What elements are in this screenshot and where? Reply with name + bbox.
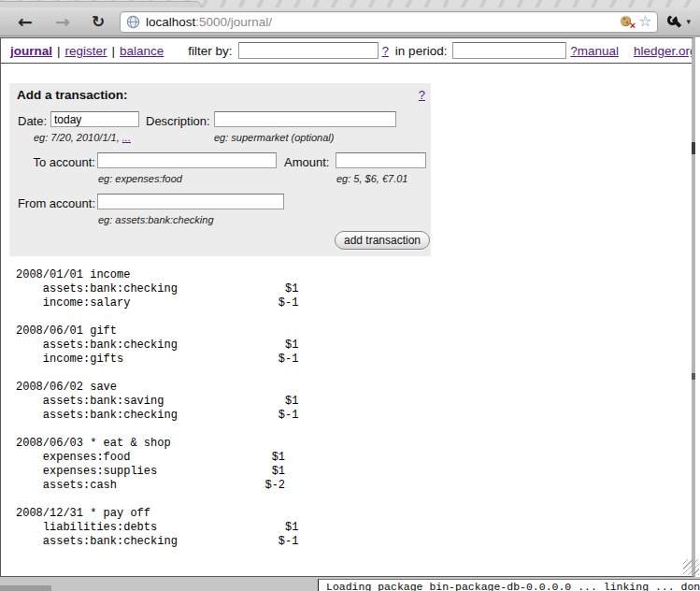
description-hint: eg: supermarket (optional) (214, 132, 334, 143)
url-host: localhost (146, 15, 195, 29)
cookie-dot (623, 18, 625, 20)
filter-label: filter by: (188, 44, 232, 58)
reload-button[interactable]: ↻ (86, 14, 110, 30)
nav-link-register[interactable]: register (65, 44, 107, 58)
from-account-label: From account: (9, 196, 95, 210)
browser-tab[interactable] (0, 1, 202, 7)
amount-hint: eg: 5, $6, €7.01 (336, 173, 407, 184)
description-input[interactable] (214, 111, 396, 127)
add-transaction-form: Add a transaction: ? Date: Description: … (9, 83, 431, 256)
hledger-org-link[interactable]: hledger.org (634, 44, 695, 58)
scrollbar-mark (692, 373, 695, 380)
nav-separator: | (112, 44, 116, 58)
url-text: localhost:5000/journal/ (146, 15, 272, 29)
back-button[interactable]: ← (13, 13, 37, 31)
globe-icon (126, 15, 140, 29)
form-title: Add a transaction: (17, 88, 128, 102)
cookie-blocked-icon[interactable]: × (621, 16, 633, 28)
page-content: journal | register | balance filter by: … (0, 37, 695, 577)
amount-input[interactable] (336, 152, 426, 168)
nav-separator: | (57, 44, 61, 58)
date-input[interactable] (50, 111, 139, 127)
window-resize-grip[interactable] (683, 559, 699, 575)
scrollbar-mark (692, 142, 695, 154)
cookie-dot (626, 22, 628, 23)
forward-button[interactable]: → (50, 13, 75, 31)
manual-link[interactable]: manual (578, 44, 619, 58)
date-label: Date: (18, 114, 47, 128)
browser-toolbar: ← → ↻ localhost:5000/journal/ × ☆ (0, 7, 700, 36)
terminal-output: Loading package bin-package-db-0.0.0.0 .… (326, 581, 700, 591)
scrollbar-gutter[interactable] (695, 37, 700, 577)
nav-link-journal[interactable]: journal (10, 44, 52, 58)
wrench-menu-button[interactable]: ▾ (666, 13, 691, 30)
bookmark-star-icon[interactable]: ☆ (638, 14, 651, 29)
form-help-link[interactable]: ? (419, 88, 425, 102)
to-account-input[interactable] (97, 152, 277, 168)
journal-entries: 2008/01/01 income assets:bank:checking $… (16, 268, 298, 549)
background-window-edge (0, 585, 51, 591)
description-label: Description: (146, 114, 210, 128)
period-help-link[interactable]: ? (570, 44, 577, 58)
amount-label: Amount: (284, 155, 329, 169)
filter-input[interactable] (238, 42, 379, 59)
from-account-input[interactable] (97, 194, 284, 209)
filter-help-link[interactable]: ? (382, 44, 389, 58)
date-hint-more-link[interactable]: ... (122, 132, 131, 143)
url-path: :5000/journal/ (195, 15, 272, 29)
background-terminal: Loading package bin-package-db-0.0.0.0 .… (318, 579, 700, 591)
tab-strip (0, 0, 700, 7)
blocked-x-mark: × (630, 20, 636, 31)
add-transaction-button[interactable]: add transaction (335, 231, 430, 250)
period-label: in period: (395, 44, 448, 58)
from-account-hint: eg: assets:bank:checking (98, 214, 214, 225)
app-navbar: journal | register | balance filter by: … (1, 38, 692, 64)
date-hint: eg: 7/20, 2010/1/1, ... (34, 132, 131, 143)
to-account-label: To account: (9, 155, 95, 169)
browser-window: ← → ↻ localhost:5000/journal/ × ☆ (0, 0, 700, 591)
url-bar[interactable]: localhost:5000/journal/ × ☆ (120, 11, 658, 33)
nav-link-balance[interactable]: balance (120, 44, 164, 58)
period-input[interactable] (452, 42, 566, 59)
menu-dropdown-arrow: ▾ (686, 17, 691, 26)
to-account-hint: eg: expenses:food (98, 173, 182, 184)
background-area: Loading package bin-package-db-0.0.0.0 .… (0, 578, 700, 591)
omnibox-indicators: × ☆ (621, 14, 651, 29)
date-hint-text: eg: 7/20, 2010/1/1, (34, 132, 122, 143)
wrench-icon (666, 13, 682, 30)
